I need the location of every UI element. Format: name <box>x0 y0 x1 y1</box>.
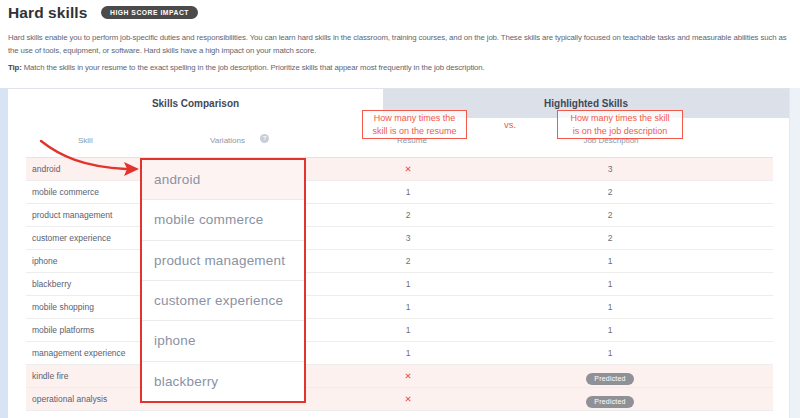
job-description-count: 2 <box>580 233 640 243</box>
missing-x-mark: ✕ <box>378 164 438 174</box>
left-accent-strip <box>0 88 8 418</box>
variations-help-icon[interactable]: ? <box>260 134 269 143</box>
predicted-badge: Predicted <box>586 396 633 408</box>
job-description-count: 1 <box>580 256 640 266</box>
tip-label: Tip: <box>8 63 22 72</box>
description-line2: the use of tools, equipment, or software… <box>8 44 786 57</box>
skill-name: mobile commerce <box>26 187 99 197</box>
job-description-count: 3 <box>580 164 640 174</box>
missing-x-mark: ✕ <box>378 371 438 381</box>
right-accent-strip <box>790 88 800 418</box>
skill-name: product management <box>26 210 112 220</box>
hard-skills-page: Hard skills HIGH SCORE IMPACT Hard skill… <box>0 0 800 418</box>
table-row: mobile commerce12 <box>26 181 773 204</box>
job-description-count: 1 <box>580 279 640 289</box>
table-row: mobile platforms11 <box>26 319 773 342</box>
missing-x-mark: ✕ <box>378 394 438 404</box>
job-description-count: 2 <box>580 187 640 197</box>
magnifier-item: product management <box>142 241 304 281</box>
resume-count: 3 <box>378 233 438 243</box>
tip-body: Match the skills in your resume to the e… <box>22 63 485 72</box>
skill-name: mobile shopping <box>26 302 94 312</box>
table-row: mobile shopping11 <box>26 296 773 319</box>
magnifier-item: android <box>142 160 304 200</box>
high-score-impact-badge: HIGH SCORE IMPACT <box>101 6 198 19</box>
resume-count: 1 <box>378 325 438 335</box>
page-header: Hard skills HIGH SCORE IMPACT <box>8 4 198 22</box>
skill-name: blackberry <box>26 279 71 289</box>
magnifier-item: iphone <box>142 321 304 361</box>
resume-count: 2 <box>378 210 438 220</box>
table-row: customer experience32 <box>26 227 773 250</box>
resume-count: 1 <box>378 302 438 312</box>
skill-name: management experience <box>26 348 126 358</box>
resume-count: 1 <box>378 279 438 289</box>
description: Hard skills enable you to perform job-sp… <box>8 31 786 57</box>
variations-magnifier: androidmobile commerceproduct management… <box>140 158 306 403</box>
table-row: kindle fire✕Predicted <box>26 365 773 388</box>
table-row: management experience11 <box>26 342 773 365</box>
resume-count: 1 <box>378 187 438 197</box>
skill-name: kindle fire <box>26 371 68 381</box>
magnifier-item: mobile commerce <box>142 200 304 240</box>
table-row: product management22 <box>26 204 773 227</box>
resume-count: 2 <box>378 256 438 266</box>
job-description-count: 1 <box>580 302 640 312</box>
skill-name: mobile platforms <box>26 325 94 335</box>
magnifier-item: blackberry <box>142 362 304 401</box>
predicted-badge: Predicted <box>586 373 633 385</box>
job-description-count: 1 <box>580 325 640 335</box>
resume-count: 1 <box>378 348 438 358</box>
job-description-count: Predicted <box>580 367 640 385</box>
skill-name: iphone <box>26 256 58 266</box>
section-header-skills-comparison: Skills Comparison <box>8 89 383 118</box>
tip-text: Tip: Match the skills in your resume to … <box>8 63 485 72</box>
table-row: iphone21 <box>26 250 773 273</box>
skill-name: operational analysis <box>26 394 107 404</box>
table-row: operational analysis✕Predicted <box>26 388 773 411</box>
job-description-count: 1 <box>580 348 640 358</box>
skill-name: customer experience <box>26 233 111 243</box>
annotation-job-note: How many times the skill is on the job d… <box>557 110 683 139</box>
annotation-vs: vs. <box>495 119 525 130</box>
red-arrow-annotation <box>36 136 146 176</box>
annotation-resume-note: How many times the skill is on the resum… <box>362 110 467 139</box>
column-header-variations: Variations <box>210 136 245 145</box>
table-row: blackberry11 <box>26 273 773 296</box>
magnifier-item: customer experience <box>142 281 304 321</box>
description-line1: Hard skills enable you to perform job-sp… <box>8 31 786 44</box>
job-description-count: Predicted <box>580 390 640 408</box>
table-body: android✕3mobile commerce12product manage… <box>26 157 773 411</box>
page-title: Hard skills <box>8 4 88 22</box>
job-description-count: 2 <box>580 210 640 220</box>
